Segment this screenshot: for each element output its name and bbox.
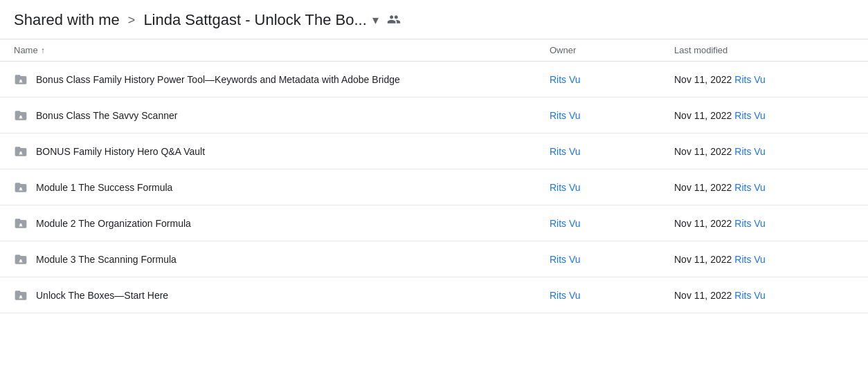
cell-name: Module 1 The Success Formula [14,181,550,194]
file-name: Bonus Class The Savvy Scanner [36,110,177,121]
table-row[interactable]: Module 2 The Organization Formula Rits V… [0,205,868,241]
table-row[interactable]: BONUS Family History Hero Q&A Vault Rits… [0,134,868,169]
breadcrumb-separator: > [128,13,136,28]
cell-modified: Nov 11, 2022Rits Vu [674,146,854,157]
cell-modified: Nov 11, 2022Rits Vu [674,254,854,265]
breadcrumb-shared[interactable]: Shared with me [14,11,120,29]
modifier-name[interactable]: Rits Vu [734,146,766,157]
shared-folder-icon [14,217,28,230]
shared-folder-icon [14,145,28,158]
cell-name: BONUS Family History Hero Q&A Vault [14,145,550,158]
cell-name: Bonus Class The Savvy Scanner [14,109,550,122]
file-name: Unlock The Boxes—Start Here [36,290,168,301]
shared-folder-icon [14,181,28,194]
file-name: Module 1 The Success Formula [36,182,172,193]
column-owner[interactable]: Owner [550,45,674,55]
modifier-name[interactable]: Rits Vu [734,74,766,85]
table-row[interactable]: Bonus Class The Savvy Scanner Rits Vu No… [0,98,868,134]
cell-owner[interactable]: Rits Vu [550,110,674,121]
cell-owner[interactable]: Rits Vu [550,146,674,157]
column-modified[interactable]: Last modified [674,45,854,55]
breadcrumb-header: Shared with me > Linda Sattgast - Unlock… [0,0,868,39]
cell-owner[interactable]: Rits Vu [550,290,674,301]
cell-modified: Nov 11, 2022Rits Vu [674,74,854,85]
cell-owner[interactable]: Rits Vu [550,74,674,85]
file-name: BONUS Family History Hero Q&A Vault [36,146,205,157]
table-row[interactable]: Module 3 The Scanning Formula Rits Vu No… [0,241,868,277]
cell-name: Module 3 The Scanning Formula [14,252,550,266]
cell-owner[interactable]: Rits Vu [550,218,674,229]
file-table: Name ↑ Owner Last modified Bonus Class F… [0,39,868,313]
people-icon[interactable] [387,12,401,28]
cell-owner[interactable]: Rits Vu [550,254,674,265]
shared-folder-icon [14,252,28,266]
cell-name: Module 2 The Organization Formula [14,217,550,230]
table-header: Name ↑ Owner Last modified [0,39,868,62]
modifier-name[interactable]: Rits Vu [734,110,766,121]
cell-modified: Nov 11, 2022Rits Vu [674,182,854,193]
table-row[interactable]: Unlock The Boxes—Start Here Rits Vu Nov … [0,277,868,313]
table-body: Bonus Class Family History Power Tool—Ke… [0,62,868,313]
shared-folder-icon [14,109,28,122]
file-name: Module 2 The Organization Formula [36,218,191,229]
breadcrumb-folder-name[interactable]: Linda Sattgast - Unlock The Bo... [143,11,366,29]
cell-modified: Nov 11, 2022Rits Vu [674,218,854,229]
cell-name: Unlock The Boxes—Start Here [14,288,550,302]
shared-folder-icon [14,73,28,86]
chevron-down-icon[interactable]: ▾ [372,12,379,28]
shared-folder-icon [14,288,28,302]
table-row[interactable]: Module 1 The Success Formula Rits Vu Nov… [0,169,868,205]
sort-ascending-icon: ↑ [41,46,45,55]
cell-name: Bonus Class Family History Power Tool—Ke… [14,73,550,86]
column-name-label: Name [14,45,38,55]
cell-owner[interactable]: Rits Vu [550,182,674,193]
cell-modified: Nov 11, 2022Rits Vu [674,290,854,301]
file-name: Bonus Class Family History Power Tool—Ke… [36,74,400,85]
modifier-name[interactable]: Rits Vu [734,182,766,193]
file-name: Module 3 The Scanning Formula [36,254,177,265]
modifier-name[interactable]: Rits Vu [734,290,766,301]
modifier-name[interactable]: Rits Vu [734,218,766,229]
cell-modified: Nov 11, 2022Rits Vu [674,110,854,121]
column-name[interactable]: Name ↑ [14,45,550,55]
modifier-name[interactable]: Rits Vu [734,254,766,265]
table-row[interactable]: Bonus Class Family History Power Tool—Ke… [0,62,868,98]
